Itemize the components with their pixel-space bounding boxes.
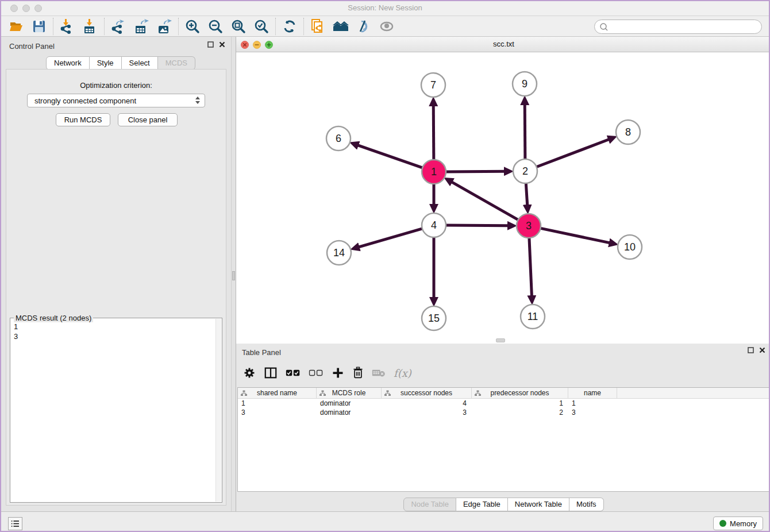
- network-canvas[interactable]: 1234678910111415: [236, 52, 770, 341]
- gear-icon[interactable]: [243, 367, 256, 379]
- task-history-button[interactable]: [8, 517, 22, 530]
- edge-4-3[interactable]: [445, 225, 508, 226]
- edge-1-2[interactable]: [445, 171, 505, 172]
- optimization-criterion-label: Optimization criterion:: [6, 81, 226, 90]
- table-toolbar: f(x): [243, 362, 411, 384]
- edge-3-10[interactable]: [540, 228, 610, 243]
- node-11[interactable]: 11: [521, 304, 545, 329]
- close-traffic-icon[interactable]: [10, 5, 18, 12]
- cell-MCDS-role[interactable]: dominator: [317, 399, 382, 408]
- node-2[interactable]: 2: [513, 159, 537, 183]
- memory-button[interactable]: Memory: [713, 516, 763, 530]
- open-folder-icon[interactable]: [5, 18, 28, 35]
- home-icon[interactable]: [329, 18, 352, 35]
- node-15[interactable]: 15: [422, 306, 446, 330]
- table-row[interactable]: 3dominator323: [238, 408, 769, 417]
- column-header-predecessor-nodes[interactable]: predecessor nodes: [472, 388, 568, 398]
- hide-panel-icon[interactable]: [352, 18, 375, 35]
- cell-predecessor-nodes[interactable]: 1: [472, 399, 568, 408]
- column-header-MCDS-role[interactable]: MCDS role: [317, 388, 382, 398]
- cell-successor-nodes[interactable]: 4: [382, 399, 472, 408]
- tab-style[interactable]: Style: [90, 56, 122, 70]
- delete-column-icon[interactable]: [352, 367, 364, 379]
- tab-mcds[interactable]: MCDS: [158, 56, 195, 70]
- export-network-icon[interactable]: [107, 18, 130, 35]
- eye-icon[interactable]: [375, 18, 398, 35]
- column-header-shared-name[interactable]: shared name: [238, 388, 317, 398]
- node-4[interactable]: 4: [422, 213, 446, 237]
- search-field[interactable]: [594, 20, 762, 34]
- deselect-all-icon[interactable]: [309, 368, 324, 377]
- column-header-successor-nodes[interactable]: successor nodes: [382, 388, 472, 398]
- tab-edge-table[interactable]: Edge Table: [456, 498, 508, 511]
- edge-2-9[interactable]: [525, 105, 525, 160]
- edge-3-1[interactable]: [452, 182, 519, 221]
- cell-name[interactable]: 1: [568, 399, 617, 408]
- edge-2-8[interactable]: [536, 140, 609, 167]
- node-3[interactable]: 3: [517, 214, 541, 238]
- save-icon[interactable]: [28, 18, 51, 35]
- edge-1-7[interactable]: [433, 106, 434, 161]
- splitter-grip[interactable]: [232, 271, 235, 280]
- tab-motifs[interactable]: Motifs: [569, 498, 604, 511]
- cell-predecessor-nodes[interactable]: 2: [472, 408, 568, 417]
- float-table-panel-icon[interactable]: [748, 347, 754, 353]
- node-7[interactable]: 7: [421, 73, 445, 97]
- edge-3-11[interactable]: [529, 237, 532, 296]
- export-image-icon[interactable]: [153, 18, 176, 35]
- import-table-icon[interactable]: [79, 18, 102, 35]
- column-header-name[interactable]: name: [568, 388, 617, 398]
- edge-2-3[interactable]: [526, 182, 528, 205]
- edge-4-14[interactable]: [359, 228, 424, 247]
- cell-shared-name[interactable]: 3: [238, 408, 317, 417]
- node-table[interactable]: shared nameMCDS rolesuccessor nodesprede…: [237, 387, 770, 492]
- mcds-result-box: MCDS result (2 nodes) 13: [10, 318, 222, 503]
- tab-network[interactable]: Network: [46, 56, 90, 70]
- cell-successor-nodes[interactable]: 3: [382, 408, 472, 417]
- tab-select[interactable]: Select: [122, 56, 158, 70]
- cell-shared-name[interactable]: 1: [238, 399, 317, 408]
- close-table-panel-icon[interactable]: [759, 347, 765, 353]
- edge-1-6[interactable]: [358, 145, 424, 168]
- zoom-selected-icon[interactable]: [250, 18, 273, 35]
- zoom-network-icon[interactable]: [265, 41, 273, 49]
- clone-network-icon[interactable]: [306, 18, 329, 35]
- zoom-in-icon[interactable]: [181, 18, 204, 35]
- panel-splitter[interactable]: [231, 37, 236, 511]
- node-9[interactable]: 9: [513, 72, 537, 96]
- close-network-icon[interactable]: [241, 41, 249, 49]
- cell-name[interactable]: 3: [568, 408, 617, 417]
- columns-icon[interactable]: [264, 366, 278, 380]
- table-row[interactable]: 1dominator411: [238, 399, 769, 408]
- zoom-fit-icon[interactable]: [227, 18, 250, 35]
- close-panel-icon[interactable]: [219, 41, 225, 48]
- cell-MCDS-role[interactable]: dominator: [317, 408, 382, 417]
- node-8[interactable]: 8: [616, 120, 640, 144]
- add-column-icon[interactable]: [332, 367, 344, 379]
- select-all-icon[interactable]: [286, 368, 301, 377]
- network-hscrollbar-thumb[interactable]: [496, 338, 505, 342]
- maximize-traffic-icon[interactable]: [34, 5, 42, 12]
- tab-node-table[interactable]: Node Table: [403, 498, 456, 511]
- control-panel-title: Control Panel: [9, 42, 55, 51]
- node-1[interactable]: 1: [422, 160, 446, 184]
- export-table-icon[interactable]: [130, 18, 153, 35]
- delete-table-icon[interactable]: [372, 368, 386, 378]
- search-input[interactable]: [609, 21, 761, 33]
- tab-network-table[interactable]: Network Table: [508, 498, 569, 511]
- run-mcds-button[interactable]: Run MCDS: [56, 113, 110, 126]
- import-network-icon[interactable]: [56, 18, 79, 35]
- refresh-layout-icon[interactable]: [278, 18, 301, 35]
- criterion-dropdown[interactable]: strongly connected component: [27, 94, 205, 107]
- node-14[interactable]: 14: [327, 241, 351, 265]
- close-panel-button[interactable]: Close panel: [118, 113, 178, 126]
- node-6[interactable]: 6: [326, 126, 351, 151]
- result-scrollbar[interactable]: [215, 319, 221, 502]
- function-icon[interactable]: f(x): [394, 367, 411, 379]
- zoom-out-icon[interactable]: [204, 18, 227, 35]
- float-panel-icon[interactable]: [207, 41, 214, 48]
- network-graph[interactable]: 1234678910111415: [236, 52, 770, 341]
- minimize-traffic-icon[interactable]: [22, 5, 30, 12]
- minimize-network-icon[interactable]: [253, 41, 261, 49]
- node-10[interactable]: 10: [618, 235, 642, 259]
